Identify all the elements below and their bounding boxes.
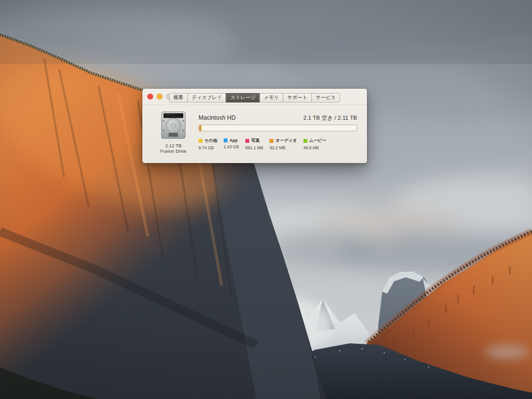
legend-value: 2.43 GB (224, 144, 239, 149)
disk-size-label: 2.12 TB (151, 143, 196, 148)
legend-value: 46.8 MB (303, 145, 326, 150)
legend-label: ムービー (309, 138, 326, 144)
storage-pane: 2.12 TB Fusion Drive Macintosh HD 2.1 TB… (142, 89, 367, 163)
volume-panel: Macintosh HD 2.1 TB 空き / 2.11 TB その他9.74… (199, 114, 357, 150)
legend-color-swatch (269, 139, 273, 143)
el-capitan-wallpaper (0, 0, 532, 399)
legend-value: 62.2 MB (269, 145, 297, 150)
legend-label: オーディオ (275, 138, 297, 144)
about-this-mac-window: 概要ディスプレイストレージメモリサポートサービス (142, 89, 367, 163)
desktop: 概要ディスプレイストレージメモリサポートサービス (0, 0, 532, 399)
legend-item: App2.43 GB (224, 138, 239, 150)
legend-color-swatch (245, 139, 249, 143)
volume-header: Macintosh HD 2.1 TB 空き / 2.11 TB (199, 114, 357, 122)
legend-value: 891.1 MB (245, 145, 263, 150)
hard-drive-icon (161, 111, 186, 139)
legend-color-swatch (199, 139, 202, 143)
disk-item: 2.12 TB Fusion Drive (151, 111, 196, 154)
legend-label: 写真 (251, 138, 260, 144)
legend-color-swatch (303, 139, 307, 143)
legend-item: ムービー46.8 MB (303, 138, 326, 150)
storage-usage-used-segment (199, 125, 201, 131)
legend-label: App (230, 138, 238, 143)
storage-usage-bar (199, 125, 357, 132)
legend-label: その他 (204, 138, 217, 144)
legend-color-swatch (224, 138, 228, 142)
storage-legend: その他9.74 GBApp2.43 GB写真891.1 MBオーディオ62.2 … (199, 138, 357, 150)
volume-name: Macintosh HD (199, 114, 235, 121)
legend-item: 写真891.1 MB (245, 138, 263, 150)
legend-value: 9.74 GB (199, 145, 217, 150)
legend-item: オーディオ62.2 MB (269, 138, 297, 150)
legend-item: その他9.74 GB (199, 138, 217, 150)
disk-name-label: Fusion Drive (151, 148, 196, 154)
volume-free-summary: 2.1 TB 空き / 2.11 TB (303, 114, 357, 122)
